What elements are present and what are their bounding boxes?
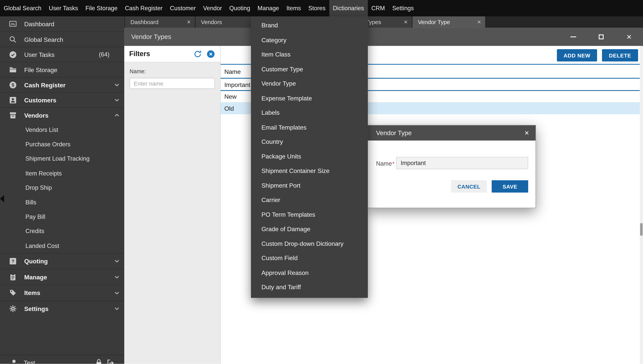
sidebar-item-items[interactable]: Items [0,285,124,300]
chevron-down-icon [114,258,120,264]
tab-vendor-type[interactable]: Vendor Type × [413,16,485,28]
avatar-icon [9,358,19,364]
menubar-item-dictionaries[interactable]: Dictionaries Brand Category Item Class C… [329,0,368,16]
sidebar-item-manage[interactable]: Manage [0,269,124,284]
sidebar-item-cash-register[interactable]: $ Cash Register [0,77,124,92]
page-title: Vendor Types [131,28,171,46]
menubar-item-user-tasks[interactable]: User Tasks [45,0,82,16]
menubar-item-settings[interactable]: Settings [389,0,418,16]
sidebar-item-global-search[interactable]: Global Search [0,32,124,47]
sidebar-subitem-credits[interactable]: Credits [0,224,124,238]
items-icon [8,288,17,297]
sidebar-subitem-pay-bill[interactable]: Pay Bill [0,210,124,224]
menu-item-category[interactable]: Category [251,32,368,47]
menu-item-customer-type[interactable]: Customer Type [251,62,368,76]
sidebar-subitem-item-receipts[interactable]: Item Receipts [0,166,124,180]
tab-close-icon[interactable]: × [404,19,408,26]
sidebar-subitem-vendors-list[interactable]: Vendors List [0,122,124,137]
sidebar-subitem-landed-cost[interactable]: Landed Cost [0,238,124,253]
delete-button[interactable]: DELETE [602,49,638,62]
menu-item-email-templates[interactable]: Email Templates [251,120,368,134]
sidebar-item-label: Manage [24,274,47,280]
chevron-down-icon [114,290,120,296]
menubar-item-stores[interactable]: Stores [305,0,329,16]
menubar-item-vendor[interactable]: Vendor [199,0,226,16]
tab-close-icon[interactable]: × [477,19,481,26]
cash-register-icon: $ [8,80,17,90]
clear-filters-icon[interactable] [206,49,215,58]
sidebar-item-dashboard[interactable]: Dashboard [0,16,124,32]
chevron-down-icon [114,82,120,88]
sidebar-subitem-purchase-orders[interactable]: Purchase Orders [0,137,124,152]
menu-item-vendor-type[interactable]: Vendor Type [251,76,368,90]
menu-item-package-units[interactable]: Package Units [251,149,368,163]
menubar-item-global-search[interactable]: Global Search [0,0,45,16]
sidebar-item-label: User Tasks [24,51,55,58]
sidebar-item-vendors[interactable]: Vendors [0,108,124,122]
tab-label: Vendor Type [418,19,450,26]
sidebar-item-label: Settings [24,305,49,312]
menubar-item-cash-register[interactable]: Cash Register [121,0,166,16]
add-new-button[interactable]: ADD NEW [557,49,597,62]
name-label: Name* [376,160,395,167]
name-field[interactable] [396,157,528,169]
vertical-scrollbar[interactable] [640,46,643,364]
settings-icon [8,304,17,313]
sidebar-item-label: Dashboard [24,20,54,28]
maximize-icon[interactable] [594,28,608,46]
menu-item-carrier[interactable]: Carrier [251,192,368,207]
menu-item-country[interactable]: Country [251,134,368,149]
scrollbar-thumb[interactable] [640,223,642,236]
filter-name-input[interactable] [130,78,215,89]
menu-item-shipment-container-size[interactable]: Shipment Container Size [251,164,368,178]
menu-item-approval-reason[interactable]: Approval Reason [251,265,368,280]
tab-dashboard[interactable]: Dashboard × [125,16,195,28]
filters-title: Filters [129,50,189,58]
menu-item-shipment-port[interactable]: Shipment Port [251,178,368,192]
filters-panel: Filters Name: [124,46,221,364]
lock-icon[interactable] [95,358,103,364]
menubar-item-quoting[interactable]: Quoting [226,0,254,16]
sidebar-subitem-shipment-load-tracking[interactable]: Shipment Load Tracking [0,152,124,166]
menubar-item-manage[interactable]: Manage [254,0,283,16]
dialog-titlebar[interactable]: Vendor Type × [368,125,535,140]
menubar-item-customer[interactable]: Customer [166,0,199,16]
menu-item-grade-of-damage[interactable]: Grade of Damage [251,222,368,236]
app-window: Global Search User Tasks File Storage Ca… [0,0,643,364]
vendor-type-dialog: Vendor Type × Name* CANCEL SAVE [367,125,536,208]
sidebar-item-customers[interactable]: Customers [0,92,124,108]
menu-item-custom-field[interactable]: Custom Field [251,251,368,265]
refresh-icon[interactable] [193,49,202,58]
menubar-item-items[interactable]: Items [283,0,305,16]
sidebar-item-settings[interactable]: Settings [0,300,124,316]
sidebar-subitem-bills[interactable]: Bills [0,195,124,210]
sidebar-user-row: Test [0,355,124,364]
minimize-icon[interactable] [566,28,580,46]
sidebar-collapse-arrow-icon[interactable] [0,195,4,202]
menu-item-labels[interactable]: Labels [251,105,368,120]
menubar-item-file-storage[interactable]: File Storage [82,0,121,16]
sidebar-item-quoting[interactable]: ? Quoting [0,253,124,269]
logout-icon[interactable] [106,358,115,364]
menu-item-po-term-templates[interactable]: PO Term Templates [251,207,368,222]
save-button[interactable]: SAVE [492,180,528,192]
cancel-button[interactable]: CANCEL [451,180,487,192]
top-menubar: Global Search User Tasks File Storage Ca… [0,0,643,16]
close-icon[interactable]: × [622,28,636,46]
menu-item-brand[interactable]: Brand [251,18,368,32]
filter-name-label: Name: [130,68,215,74]
filters-header: Filters [124,46,220,62]
close-icon[interactable]: × [524,129,529,137]
svg-text:?: ? [11,259,14,264]
menu-item-item-class[interactable]: Item Class [251,47,368,62]
menu-item-duty-and-tariff[interactable]: Duty and Tariff [251,280,368,294]
tab-label: Dashboard [130,19,159,26]
tab-close-icon[interactable]: × [187,19,191,26]
sidebar-item-file-storage[interactable]: File Storage [0,62,124,77]
menu-item-expense-template[interactable]: Expense Template [251,91,368,105]
menubar-item-crm[interactable]: CRM [368,0,389,16]
sidebar-subitem-drop-ship[interactable]: Drop Ship [0,180,124,195]
file-storage-icon [8,65,17,74]
sidebar-item-user-tasks[interactable]: User Tasks (64) [0,47,124,62]
menu-item-custom-dropdown-dictionary[interactable]: Custom Drop-down Dictionary [251,236,368,251]
